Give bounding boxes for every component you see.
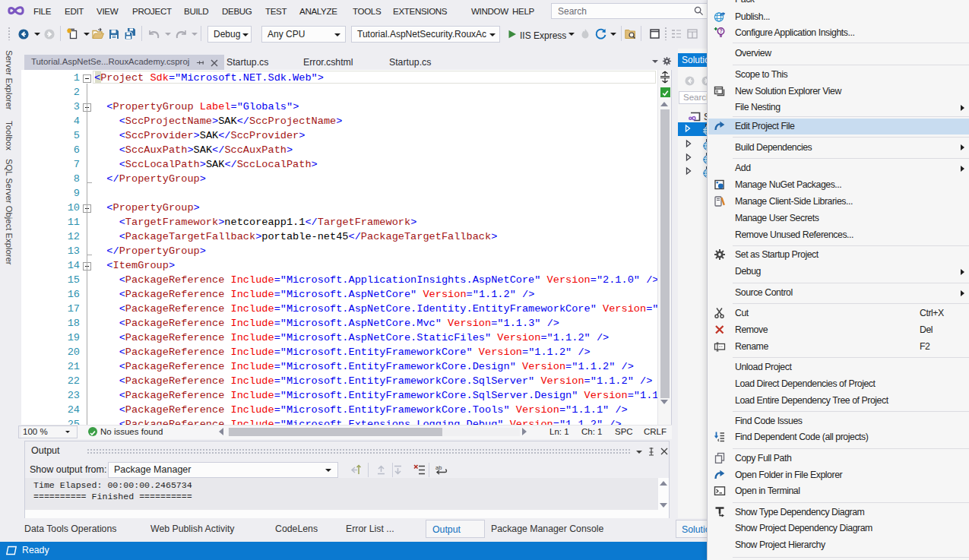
svg-text:ab: ab — [435, 464, 442, 471]
svg-text:?: ? — [720, 28, 723, 33]
